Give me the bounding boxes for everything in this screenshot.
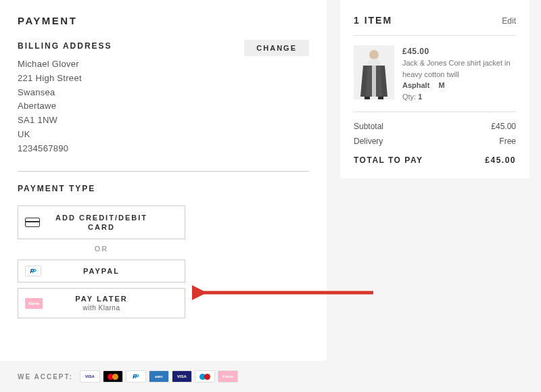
subtotal-value: £45.00 [491, 122, 516, 131]
change-address-button[interactable]: CHANGE [244, 40, 309, 56]
edit-bag-link[interactable]: Edit [502, 16, 516, 26]
svg-rect-3 [372, 66, 376, 97]
item-color: Asphalt [402, 81, 429, 89]
bag-item: £45.00 Jack & Jones Core shirt jacket in… [354, 45, 516, 112]
paylater-sublabel: with Klarna [45, 303, 158, 312]
item-qty-label: Qty: [402, 93, 416, 101]
paypal-button[interactable]: PAYPAL [18, 260, 185, 283]
svg-point-2 [369, 50, 379, 59]
total-value: £45.00 [485, 155, 516, 165]
maestro-icon [195, 370, 215, 383]
subtotal-label: Subtotal [354, 122, 383, 131]
item-size: M [438, 81, 444, 89]
payment-methods-row [80, 370, 238, 383]
payment-title: PAYMENT [18, 15, 309, 26]
divider [18, 171, 309, 172]
delivery-value: Free [499, 137, 516, 146]
item-price: £45.00 [402, 45, 516, 57]
card-icon [25, 218, 45, 227]
address-country: UK [18, 128, 309, 142]
visa-debit-icon [172, 370, 192, 383]
item-count: 1 ITEM [354, 15, 392, 26]
total-label: TOTAL TO PAY [354, 155, 423, 165]
or-separator: OR [18, 245, 185, 253]
address-name: Michael Glover [18, 57, 309, 72]
address-locality: Abertawe [18, 99, 309, 114]
visa-icon [80, 370, 100, 383]
product-thumbnail [354, 45, 394, 99]
delivery-label: Delivery [354, 137, 383, 146]
paylater-label: PAY LATER [75, 295, 128, 303]
paypal-label: PAYPAL [45, 266, 178, 276]
klarna-icon [218, 370, 238, 383]
paypal-icon [126, 370, 146, 383]
address-postcode: SA1 1NW [18, 114, 309, 128]
address-city: Swansea [18, 86, 309, 100]
klarna-icon [25, 298, 45, 309]
item-qty: 1 [418, 93, 422, 101]
mastercard-icon [103, 370, 123, 383]
add-card-label: ADD CREDIT/DEBIT CARD [45, 213, 178, 232]
we-accept-label: WE ACCEPT: [18, 373, 73, 381]
payment-type-title: PAYMENT TYPE [18, 184, 309, 193]
paypal-icon [25, 266, 45, 276]
klarna-paylater-button[interactable]: PAY LATER with Klarna [18, 288, 185, 318]
address-phone: 1234567890 [18, 142, 309, 156]
amex-icon [149, 370, 169, 383]
add-card-button[interactable]: ADD CREDIT/DEBIT CARD [18, 205, 185, 240]
address-line1: 221 High Street [18, 72, 309, 86]
item-name: Jack & Jones Core shirt jacket in heavy … [402, 57, 516, 80]
annotation-arrow-icon [192, 285, 375, 301]
